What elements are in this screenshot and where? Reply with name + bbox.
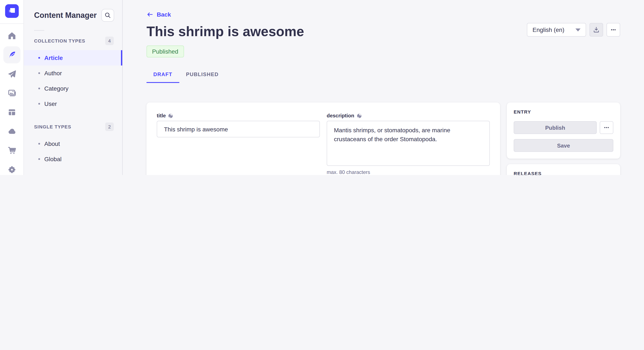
- description-field-label: description: [327, 113, 354, 119]
- collection-types-count: 4: [105, 37, 114, 45]
- bullet-icon: [38, 57, 40, 59]
- back-label: Back: [157, 11, 171, 18]
- edit-form-card: title description Mantis shrimps, or sto…: [146, 103, 500, 175]
- tab-published[interactable]: PUBLISHED: [179, 71, 225, 83]
- sidebar-item-global[interactable]: Global: [24, 151, 122, 167]
- side-column: ENTRY Publish Save RELEASES Will be pub: [507, 103, 620, 175]
- single-types-list: About Global: [24, 136, 122, 167]
- page-title: This shrimp is awesome: [146, 24, 304, 39]
- field-description: description Mantis shrimps, or stomatopo…: [327, 113, 490, 175]
- strapi-logo[interactable]: [5, 4, 18, 19]
- releases-icon[interactable]: [3, 65, 20, 82]
- single-types-count: 2: [105, 123, 114, 131]
- content-type-builder-icon[interactable]: [3, 104, 20, 121]
- sidebar-item-label: About: [44, 140, 60, 147]
- bullet-icon: [38, 72, 40, 74]
- entry-panel-title: ENTRY: [514, 109, 613, 114]
- chevron-down-icon: [576, 28, 580, 31]
- more-actions-button[interactable]: [606, 23, 620, 37]
- settings-gear-icon[interactable]: [3, 161, 20, 175]
- logo-cell: [0, 0, 24, 24]
- collection-types-list: Article Author Category User: [24, 50, 122, 111]
- sidebar-item-article[interactable]: Article: [24, 50, 122, 65]
- save-button[interactable]: Save: [514, 139, 613, 152]
- back-link[interactable]: Back: [146, 11, 171, 18]
- description-textarea[interactable]: Mantis shrimps, or stomatopods, are mari…: [327, 121, 490, 166]
- globe-icon: [168, 113, 174, 118]
- collection-types-label: COLLECTION TYPES: [34, 38, 85, 43]
- download-icon: [593, 26, 600, 33]
- entry-more-button[interactable]: [600, 121, 613, 134]
- content-manager-icon[interactable]: [3, 46, 20, 63]
- bullet-icon: [38, 158, 40, 160]
- app-window: KD Content Manager COLLECTION TYPES 4 Ar…: [0, 0, 644, 175]
- locale-value: English (en): [532, 26, 564, 33]
- back-arrow-icon: [146, 11, 153, 18]
- bullet-icon: [38, 103, 40, 105]
- bullet-icon: [38, 143, 40, 145]
- status-badge: Published: [146, 45, 184, 57]
- subnav-divider: [34, 30, 44, 31]
- description-helper: max. 80 characters: [327, 169, 490, 175]
- sidebar-item-category[interactable]: Category: [24, 81, 122, 96]
- media-library-icon[interactable]: [3, 85, 20, 102]
- sidebar-item-label: Category: [44, 85, 68, 92]
- subnav-title: Content Manager: [34, 11, 97, 20]
- releases-panel: RELEASES Will be published in Spring Sum…: [507, 164, 620, 175]
- title-field-label: title: [157, 113, 166, 119]
- sidebar-item-about[interactable]: About: [24, 136, 122, 151]
- marketplace-cart-icon[interactable]: [3, 142, 20, 159]
- rail-nav: [3, 27, 20, 175]
- sidebar-item-label: User: [44, 100, 57, 107]
- home-icon[interactable]: [3, 27, 20, 44]
- bullet-icon: [38, 88, 40, 89]
- sidebar-item-author[interactable]: Author: [24, 65, 122, 81]
- main-nav-rail: KD: [0, 0, 24, 175]
- sidebar-item-user[interactable]: User: [24, 96, 122, 111]
- locale-select[interactable]: English (en): [527, 23, 586, 37]
- search-button[interactable]: [101, 9, 114, 22]
- content-manager-subnav: Content Manager COLLECTION TYPES 4 Artic…: [24, 0, 123, 175]
- main-content: Back This shrimp is awesome English (en)…: [123, 0, 644, 175]
- ellipsis-icon: [610, 26, 617, 33]
- entry-panel: ENTRY Publish Save: [507, 103, 620, 159]
- ellipsis-icon: [603, 124, 610, 131]
- header-controls: English (en): [527, 23, 620, 37]
- title-input[interactable]: [157, 121, 320, 137]
- single-types-label: SINGLE TYPES: [34, 124, 71, 129]
- version-tabs: DRAFT PUBLISHED: [146, 71, 620, 83]
- sidebar-item-label: Global: [44, 156, 62, 163]
- field-title: title: [157, 113, 320, 175]
- sidebar-item-label: Author: [44, 70, 62, 77]
- globe-icon: [356, 113, 362, 118]
- search-icon: [104, 12, 111, 19]
- sidebar-item-label: Article: [44, 54, 63, 61]
- tab-draft[interactable]: DRAFT: [146, 71, 179, 83]
- releases-panel-title: RELEASES: [514, 171, 613, 175]
- publish-button[interactable]: Publish: [514, 121, 597, 134]
- export-button[interactable]: [590, 23, 603, 37]
- deploy-cloud-icon[interactable]: [3, 123, 20, 140]
